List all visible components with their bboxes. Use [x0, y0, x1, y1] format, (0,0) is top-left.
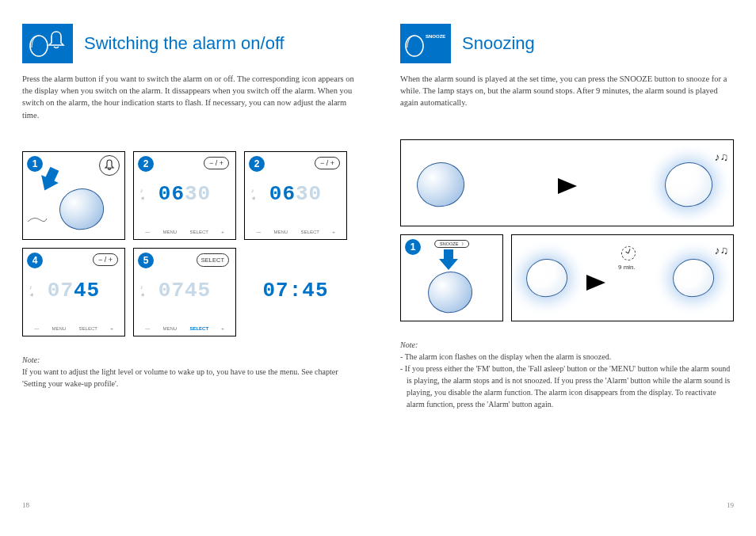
time-display-final: 07:45	[262, 279, 328, 302]
step-5: 5 SELECT ♪☀ 0745 —MENUSELECT+	[133, 248, 236, 336]
illus-sound-to-light: ♪♫	[400, 139, 734, 226]
page-left: Switching the alarm on/off Press the ala…	[0, 24, 378, 512]
display-icons: ♪☀	[140, 187, 145, 203]
time-display: 0745	[48, 279, 100, 302]
device-illustration	[56, 184, 107, 233]
display-icons: ♪☀	[29, 283, 34, 300]
intro-text-left: Press the alarm button if you want to sw…	[22, 73, 356, 121]
display-icons: ♪☀	[140, 283, 145, 300]
time-display: 0630	[269, 182, 322, 206]
device-glowing	[662, 158, 716, 211]
press-arrow-icon	[439, 248, 458, 272]
display-icons: ♪☀	[251, 187, 256, 203]
steps-grid-left: 1 2 − / + ♪☀ 0630	[22, 151, 356, 336]
illus-row-2: 1 SNOOZE ☽ 9 min. ♪♫	[400, 234, 734, 321]
note-right: Note: - The alarm icon flashes on the di…	[400, 339, 734, 410]
header-right: SNOOZE Snoozing	[400, 24, 734, 63]
menu-strip: —MENUSELECT+	[134, 326, 235, 331]
step-final: 07:45	[244, 248, 347, 336]
svg-point-1	[406, 36, 423, 56]
section-title-right: Snoozing	[462, 33, 535, 54]
illus-row-1: ♪♫	[400, 139, 734, 226]
page-right: SNOOZE Snoozing When the alarm sound is …	[378, 24, 756, 512]
device-illustration	[425, 268, 475, 316]
alarm-icon-box	[22, 24, 73, 63]
device-on	[414, 158, 468, 211]
music-notes-icon: ♪♫	[715, 151, 729, 164]
header-left: Switching the alarm on/off	[22, 24, 356, 63]
note-heading: Note:	[22, 354, 356, 366]
plus-minus-button: − / +	[315, 157, 340, 169]
egg-snooze-icon: SNOOZE	[403, 29, 448, 59]
note-line-1: - The alarm icon flashes on the display …	[400, 351, 734, 363]
device-glowing	[523, 256, 571, 300]
snooze-label: SNOOZE ☽	[434, 240, 469, 248]
note-body: If you want to adjust the light level or…	[22, 366, 356, 390]
alarm-button-icon	[99, 155, 120, 176]
music-notes-icon: ♪♫	[715, 245, 729, 257]
svg-text:SNOOZE: SNOOZE	[426, 34, 445, 39]
step-2: 2 − / + ♪☀ 0630 —MENUSELECT+	[133, 151, 236, 240]
step-number: 1	[405, 239, 421, 255]
menu-strip: —MENUSELECT+	[23, 326, 124, 331]
svg-point-0	[30, 36, 48, 56]
step-number: 5	[138, 253, 154, 268]
snooze-icon-box: SNOOZE	[400, 24, 451, 63]
illus-press-snooze: 1 SNOOZE ☽	[400, 234, 503, 321]
step-number: 2	[249, 156, 265, 172]
page-number-right: 19	[727, 501, 734, 509]
arrow-icon	[558, 178, 577, 194]
menu-strip: —MENUSELECT+	[245, 230, 346, 234]
menu-strip: —MENUSELECT+	[134, 230, 235, 234]
plus-minus-button: − / +	[93, 253, 118, 266]
time-display: 0630	[158, 182, 211, 206]
step-1: 1	[22, 151, 125, 240]
device-glowing	[670, 256, 717, 300]
section-title-left: Switching the alarm on/off	[84, 33, 284, 54]
page-number-left: 18	[22, 501, 29, 509]
intro-text-right: When the alarm sound is played at the se…	[400, 73, 734, 109]
note-heading: Note:	[400, 339, 734, 351]
nine-min-label: 9 min.	[618, 264, 636, 271]
select-button: SELECT	[197, 253, 229, 267]
time-display: 0745	[158, 279, 211, 302]
step-number: 2	[138, 156, 154, 172]
step-2b: 2 − / + ♪☀ 0630 —MENUSELECT+	[244, 151, 347, 240]
arrow-icon	[586, 275, 605, 291]
step-4: 4 − / + ♪☀ 0745 —MENUSELECT+	[22, 248, 125, 336]
clock-icon	[621, 246, 636, 260]
cable-icon	[26, 214, 48, 225]
egg-bell-icon	[28, 29, 67, 59]
step-number: 4	[27, 253, 43, 268]
plus-minus-button: − / +	[204, 157, 229, 169]
illus-wait-9min: 9 min. ♪♫	[511, 234, 734, 321]
note-left: Note: If you want to adjust the light le…	[22, 354, 356, 390]
note-line-2: - If you press either the 'FM' button, t…	[400, 363, 734, 410]
